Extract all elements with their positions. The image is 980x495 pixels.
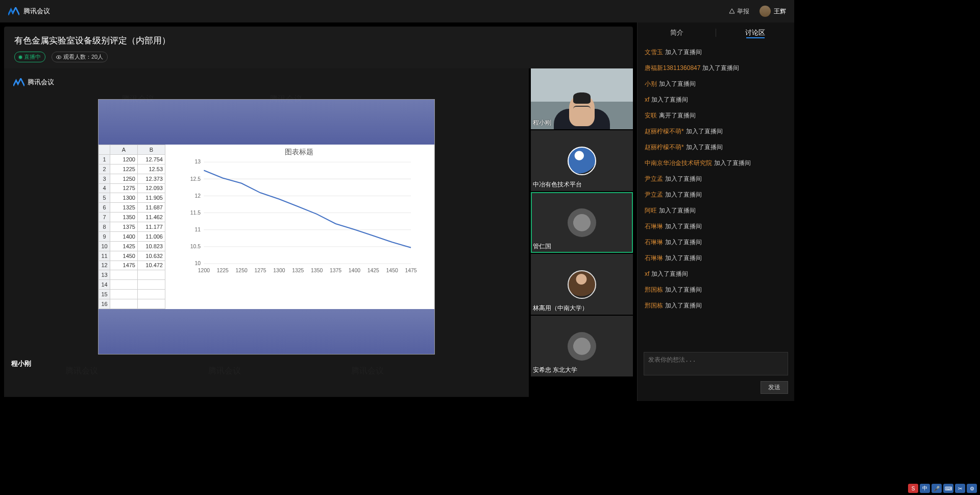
participant-name: 程小刚 xyxy=(533,119,551,127)
chat-user: xf xyxy=(645,96,649,103)
svg-text:1450: 1450 xyxy=(386,268,398,273)
chat-message: xf加入了直播间 xyxy=(645,96,787,104)
right-sidebar: 简介 讨论区 文雪玉加入了直播间唐福新13811360847加入了直播间小别加入… xyxy=(637,22,794,401)
presenter-label: 程小刚 xyxy=(11,359,31,368)
svg-text:10.5: 10.5 xyxy=(190,244,201,249)
embedded-chart: 图表标题 1010.51111.51212.513120012251250127… xyxy=(165,145,434,309)
logo-icon xyxy=(13,78,24,86)
chat-message: 小别加入了直播间 xyxy=(645,80,787,88)
eye-icon xyxy=(56,55,61,60)
chat-text: 离开了直播间 xyxy=(659,112,696,119)
chat-text: 加入了直播间 xyxy=(686,128,723,135)
svg-text:1300: 1300 xyxy=(273,268,285,273)
chat-text: 加入了直播间 xyxy=(665,175,702,182)
chat-user: 赵丽柠檬不萌* xyxy=(645,128,684,135)
user-menu[interactable]: 王辉 xyxy=(760,6,786,17)
participant-tile[interactable]: 林高用（中南大学） xyxy=(531,254,633,315)
participant-name: 安希忠 东北大学 xyxy=(533,366,577,374)
app-logo: 腾讯会议 xyxy=(8,7,50,16)
tab-chat[interactable]: 讨论区 xyxy=(716,28,794,37)
participants-panel: 程小刚中冶有色技术平台管仁国林高用（中南大学）安希忠 东北大学 xyxy=(529,68,633,397)
svg-point-1 xyxy=(58,56,60,58)
svg-text:13: 13 xyxy=(195,159,201,164)
svg-text:1475: 1475 xyxy=(405,268,416,273)
svg-text:10: 10 xyxy=(195,261,201,266)
chat-text: 加入了直播间 xyxy=(714,159,751,167)
tab-intro[interactable]: 简介 xyxy=(638,28,716,37)
participant-tile[interactable]: 管仁国 xyxy=(531,192,633,253)
live-badge: 直播中 xyxy=(14,52,45,62)
chat-message: 尹立孟加入了直播间 xyxy=(645,191,787,199)
participant-name: 林高用（中南大学） xyxy=(533,304,588,313)
chat-user: 尹立孟 xyxy=(645,191,663,198)
warning-icon xyxy=(729,8,735,14)
avatar-placeholder xyxy=(568,208,596,237)
chat-text: 加入了直播间 xyxy=(651,96,688,103)
chat-user: 小别 xyxy=(645,80,657,87)
chat-message: 尹立孟加入了直播间 xyxy=(645,175,787,183)
chat-user: 中南京华冶金技术研究院 xyxy=(645,159,712,167)
participant-name: 中冶有色技术平台 xyxy=(533,180,582,189)
spreadsheet: AB1120012.7542122512.533125012.373412751… xyxy=(99,145,165,309)
chat-user: 邢国栋 xyxy=(645,302,663,309)
sidebar-tabs: 简介 讨论区 xyxy=(638,22,794,43)
svg-text:11.5: 11.5 xyxy=(190,210,201,216)
chat-user: 唐福新13811360847 xyxy=(645,64,700,72)
screen-share: 腾讯会议 腾讯会议 腾讯会议 腾讯会议 腾讯会议 腾讯会议 程小刚 AB1120… xyxy=(4,68,529,397)
chat-text: 加入了直播间 xyxy=(665,223,702,230)
chat-message: 文雪玉加入了直播间 xyxy=(645,48,787,57)
chat-message: 赵丽柠檬不萌*加入了直播间 xyxy=(645,143,787,152)
send-button[interactable]: 发送 xyxy=(761,381,788,394)
shared-excel-window: AB1120012.7542122512.533125012.373412751… xyxy=(98,99,435,355)
chat-text: 加入了直播间 xyxy=(702,64,739,72)
chat-message: 邢国栋加入了直播间 xyxy=(645,286,787,294)
chat-message: 石琳琳加入了直播间 xyxy=(645,222,787,231)
video-stage: 腾讯会议 腾讯会议 腾讯会议 腾讯会议 腾讯会议 腾讯会议 程小刚 AB1120… xyxy=(4,68,633,397)
chat-text: 加入了直播间 xyxy=(665,302,702,309)
svg-text:1225: 1225 xyxy=(217,268,229,273)
svg-text:1275: 1275 xyxy=(254,268,266,273)
logo-icon xyxy=(8,7,19,15)
participant-tile[interactable]: 中冶有色技术平台 xyxy=(531,130,633,191)
chat-user: 石琳琳 xyxy=(645,223,663,230)
chat-message: 赵丽柠檬不萌*加入了直播间 xyxy=(645,127,787,136)
chat-message-list[interactable]: 文雪玉加入了直播间唐福新13811360847加入了直播间小别加入了直播间xf加… xyxy=(638,43,794,348)
svg-text:1250: 1250 xyxy=(236,268,248,273)
chat-user: 文雪玉 xyxy=(645,49,663,56)
chat-message: xf加入了直播间 xyxy=(645,270,787,278)
participant-tile[interactable]: 程小刚 xyxy=(531,68,633,129)
svg-text:1425: 1425 xyxy=(368,268,379,273)
svg-text:1325: 1325 xyxy=(292,268,304,273)
chat-user: xf xyxy=(645,270,649,277)
meeting-title: 有色金属实验室设备级别评定（内部用） xyxy=(14,35,623,46)
chat-text: 加入了直播间 xyxy=(665,49,702,56)
chat-text: 加入了直播间 xyxy=(686,144,723,151)
chart-title: 图表标题 xyxy=(168,148,429,157)
chat-user: 邢国栋 xyxy=(645,286,663,293)
chat-user: 阿旺 xyxy=(645,207,657,214)
chat-message: 阿旺加入了直播间 xyxy=(645,206,787,215)
chat-message: 石琳琳加入了直播间 xyxy=(645,238,787,247)
line-chart: 1010.51111.51212.51312001225125012751300… xyxy=(168,159,429,276)
chat-text: 加入了直播间 xyxy=(651,270,688,277)
chat-text: 加入了直播间 xyxy=(665,191,702,198)
chat-message: 邢国栋加入了直播间 xyxy=(645,301,787,310)
user-avatar xyxy=(760,6,771,17)
chat-text: 加入了直播间 xyxy=(665,254,702,262)
chat-user: 赵丽柠檬不萌* xyxy=(645,144,684,151)
participant-name: 管仁国 xyxy=(533,242,551,251)
chat-text: 加入了直播间 xyxy=(659,207,696,214)
svg-text:1400: 1400 xyxy=(349,268,360,273)
chat-input[interactable] xyxy=(644,352,788,375)
meeting-header: 有色金属实验室设备级别评定（内部用） 直播中 观看人数：20人 xyxy=(4,27,633,68)
chat-user: 石琳琳 xyxy=(645,239,663,246)
report-button[interactable]: 举报 xyxy=(729,7,749,16)
chat-user: 安联 xyxy=(645,112,657,119)
chat-user: 尹立孟 xyxy=(645,175,663,182)
chat-message: 石琳琳加入了直播间 xyxy=(645,254,787,263)
chat-text: 加入了直播间 xyxy=(659,80,696,87)
svg-text:11: 11 xyxy=(195,227,201,232)
svg-text:12.5: 12.5 xyxy=(190,176,201,182)
svg-text:1375: 1375 xyxy=(330,268,341,273)
participant-tile[interactable]: 安希忠 东北大学 xyxy=(531,316,633,376)
